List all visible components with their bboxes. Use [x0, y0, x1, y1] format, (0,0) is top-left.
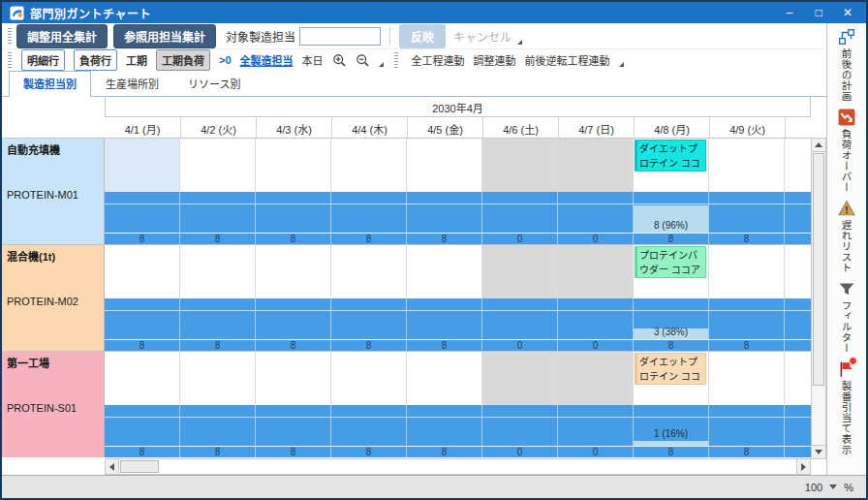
capacity-bar-cell[interactable] [634, 192, 709, 203]
load-bar-cell[interactable] [709, 204, 785, 233]
capacity-bar-cell[interactable] [709, 298, 785, 310]
adjust-all-aggregate-button[interactable]: 調整用全集計 [16, 24, 108, 48]
load-bar-cell[interactable] [709, 311, 785, 339]
toolbar-overflow-icon[interactable] [379, 62, 384, 67]
capacity-bar-cell[interactable] [180, 192, 256, 203]
capacity-bar-cell[interactable] [407, 192, 482, 203]
capacity-bar-cell[interactable] [785, 298, 811, 310]
load-bar-cell[interactable] [331, 311, 407, 339]
load-bar-cell[interactable] [785, 311, 811, 339]
task-cell[interactable] [180, 139, 256, 192]
task-cell[interactable]: ダイエットプロテイン ココア味(2kg) [634, 139, 709, 192]
task-cell[interactable] [785, 245, 811, 298]
task-bar[interactable]: ダイエットプロテイン ココア味(2kg) [635, 140, 706, 172]
task-cell[interactable] [407, 139, 482, 192]
capacity-bar-cell[interactable] [558, 192, 634, 203]
load-bar-cell[interactable] [785, 204, 811, 233]
group-label[interactable]: 混合機(1t)PROTEIN-M02 [2, 245, 105, 351]
task-cell[interactable] [105, 139, 180, 192]
task-cell[interactable] [331, 245, 407, 298]
capacity-bar-cell[interactable] [709, 192, 785, 203]
minimize-icon[interactable]: – [775, 6, 804, 19]
task-cell[interactable] [256, 352, 331, 405]
horizontal-scrollbar-thumb[interactable] [120, 460, 159, 473]
load-bar-cell[interactable] [407, 418, 482, 446]
task-bar[interactable]: プロテインパウダー ココア(1000) [635, 246, 706, 278]
capacity-bar-cell[interactable] [407, 298, 482, 310]
all-process-link-toggle[interactable]: 全工程連動 [412, 52, 465, 68]
load-bar-cell[interactable] [407, 311, 482, 339]
task-bar[interactable]: ダイエットプロテイン ココア味(2kg) [635, 353, 706, 385]
load-bar-cell[interactable]: 8 (96%) [634, 204, 709, 233]
zoom-dropdown-icon[interactable] [829, 484, 837, 489]
task-cell[interactable] [709, 245, 785, 298]
capacity-bar-cell[interactable] [709, 405, 785, 417]
task-cell[interactable] [482, 245, 558, 298]
detail-row-toggle[interactable]: 明細行 [21, 49, 65, 71]
capacity-bar-cell[interactable] [256, 405, 331, 417]
sidebar-item-filter[interactable]: フィルター [838, 280, 855, 354]
capacity-bar-cell[interactable] [256, 192, 331, 203]
sidebar-item-before-after-plan[interactable]: 前後の計画 [838, 28, 855, 102]
load-bar-cell[interactable] [256, 418, 331, 446]
task-cell[interactable] [105, 352, 180, 405]
load-bar-cell[interactable] [558, 204, 634, 233]
sidebar-item-load-over[interactable]: 負荷オーバー [838, 109, 855, 193]
task-cell[interactable] [407, 352, 482, 405]
load-bar-cell[interactable] [785, 418, 811, 446]
load-bar-cell[interactable] [256, 311, 331, 339]
load-bar-cell[interactable] [331, 204, 407, 233]
task-cell[interactable] [558, 245, 634, 298]
task-cell[interactable] [180, 245, 256, 298]
zoom-in-icon[interactable] [332, 53, 347, 68]
cancel-button[interactable]: キャンセル [453, 28, 512, 45]
toolbar-grip-icon[interactable] [394, 52, 398, 68]
load-bar-cell[interactable] [105, 311, 180, 339]
horizontal-scrollbar[interactable] [105, 458, 811, 475]
scroll-left-button[interactable] [106, 459, 119, 474]
toolbar-grip-icon[interactable] [8, 52, 12, 68]
task-cell[interactable] [256, 139, 331, 192]
capacity-bar-cell[interactable] [407, 405, 482, 417]
scroll-right-button[interactable] [796, 459, 810, 474]
load-row-toggle[interactable]: 負荷行 [74, 49, 117, 71]
target-staff-input[interactable] [299, 27, 381, 46]
capacity-bar-cell[interactable] [331, 405, 407, 417]
capacity-bar-cell[interactable] [180, 298, 256, 310]
task-cell[interactable] [785, 139, 811, 192]
task-cell[interactable] [785, 352, 811, 405]
capacity-bar-cell[interactable] [105, 298, 180, 310]
close-icon[interactable]: ✕ [833, 6, 862, 19]
capacity-bar-cell[interactable] [785, 405, 811, 417]
task-cell[interactable] [256, 245, 331, 298]
task-cell[interactable] [180, 352, 256, 405]
vertical-scrollbar-thumb[interactable] [813, 153, 824, 386]
toolbar-grip-icon[interactable] [8, 28, 12, 44]
task-cell[interactable] [709, 139, 785, 192]
task-cell[interactable]: プロテインパウダー ココア(1000) [634, 245, 709, 298]
capacity-bar-cell[interactable] [482, 405, 558, 417]
capacity-bar-cell[interactable] [105, 192, 180, 203]
capacity-bar-cell[interactable] [180, 405, 256, 417]
capacity-bar-cell[interactable] [256, 298, 331, 310]
task-cell[interactable] [482, 139, 558, 192]
scroll-down-button[interactable] [812, 445, 825, 458]
zoom-out-icon[interactable] [356, 53, 370, 68]
capacity-bar-cell[interactable] [634, 405, 709, 417]
load-bar-cell[interactable] [180, 204, 256, 233]
period-load-toggle[interactable]: 工期負荷 [156, 49, 210, 71]
load-bar-cell[interactable] [331, 418, 407, 446]
load-bar-cell[interactable] [558, 311, 634, 339]
load-bar-cell[interactable]: 3 (38%) [634, 311, 709, 339]
tab-by-production-location[interactable]: 生産場所別 [91, 71, 173, 96]
greater-than-zero-link[interactable]: >0 [219, 54, 232, 66]
task-cell[interactable] [558, 139, 634, 192]
load-bar-cell[interactable] [558, 418, 634, 446]
toolbar-overflow-icon[interactable] [517, 40, 522, 45]
task-cell[interactable] [407, 245, 482, 298]
load-bar-cell[interactable] [105, 418, 180, 446]
capacity-bar-cell[interactable] [331, 192, 407, 203]
tab-by-resource[interactable]: リソース別 [173, 71, 255, 96]
task-cell[interactable] [331, 139, 407, 192]
group-label[interactable]: 自動充填機PROTEIN-M01 [2, 139, 105, 244]
